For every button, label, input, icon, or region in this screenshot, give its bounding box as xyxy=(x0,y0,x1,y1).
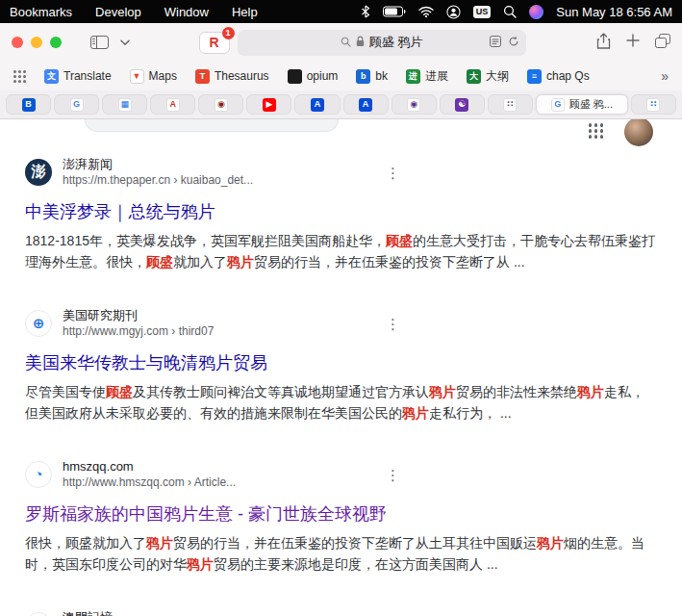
extension-notification-badge: 1 xyxy=(222,27,235,39)
favorites-overflow-chevron[interactable]: » xyxy=(661,68,669,84)
more-options-icon[interactable]: ⋮ xyxy=(386,467,400,484)
tab-favicon: A xyxy=(359,98,372,112)
result-title-link[interactable]: 中美浮梦录｜总统与鸦片 xyxy=(25,200,657,223)
tab[interactable]: A xyxy=(343,94,389,115)
tab[interactable]: G xyxy=(54,94,99,115)
share-icon[interactable] xyxy=(596,33,611,53)
favorites-item-icon: b xyxy=(356,69,370,84)
new-tab-icon[interactable] xyxy=(626,34,640,51)
wifi-icon[interactable] xyxy=(418,6,434,17)
result-header[interactable]: ⊕ 美国研究期刊 http://www.mgyj.com › third07 xyxy=(25,307,657,339)
result-header[interactable]: 門 澳門記憶 https://www.macaumemory.mo › ... xyxy=(25,609,657,616)
frequently-visited-grid-icon[interactable] xyxy=(13,70,26,83)
favorites-item[interactable]: ▼Maps xyxy=(130,69,177,84)
tab[interactable]: ◉ xyxy=(198,94,243,115)
lock-icon xyxy=(356,36,365,50)
favorites-item[interactable]: 大大纲 xyxy=(467,68,509,85)
favorites-item[interactable]: TThesaurus xyxy=(195,69,269,84)
favorites-item-icon: 文 xyxy=(44,69,59,84)
zoom-window-button[interactable] xyxy=(50,37,62,48)
tab-favicon: ∷ xyxy=(503,98,517,112)
site-name: 美国研究期刊 xyxy=(63,307,214,323)
tab-favicon: ▶ xyxy=(263,98,276,112)
site-favicon-glyph: ◔ xyxy=(34,466,42,482)
tab-overview-icon[interactable] xyxy=(655,34,670,52)
tab[interactable]: B xyxy=(6,94,51,115)
snippet-text: 贸易的行当，并在伍秉鉴的投资下垄断了从土耳其往中国贩运 xyxy=(173,535,537,551)
tab-favicon: B xyxy=(22,98,36,112)
favorites-item-label: Maps xyxy=(149,69,177,83)
extension-logo: R xyxy=(209,35,218,50)
tab[interactable]: A xyxy=(294,94,340,115)
tab[interactable]: ▦ xyxy=(102,94,147,115)
favorites-item-label: Thesaurus xyxy=(215,69,269,83)
chevron-down-icon[interactable] xyxy=(114,39,136,46)
tab[interactable]: ∷ xyxy=(631,94,676,115)
favorites-item-label: Translate xyxy=(63,69,112,83)
query-term-highlight: 鸦片 xyxy=(402,405,429,421)
favorites-item-icon: 进 xyxy=(406,69,420,84)
menu-item-develop[interactable]: Develop xyxy=(95,5,141,19)
minimize-window-button[interactable] xyxy=(31,37,42,48)
query-term-highlight: 顾盛 xyxy=(106,384,133,399)
siri-icon[interactable] xyxy=(529,5,543,19)
snippet-text: 贸易的行当，并在伍秉鉴的投资下垄断了从 ... xyxy=(254,254,525,270)
menu-item-window[interactable]: Window xyxy=(164,5,209,19)
search-result: 門 澳門記憶 https://www.macaumemory.mo › ... … xyxy=(25,609,657,616)
query-term-highlight: 鸦片 xyxy=(429,384,456,399)
result-header[interactable]: 澎 澎湃新闻 https://m.thepaper.cn › kuaibao_d… xyxy=(25,156,657,188)
snippet-text: 贸易的主要来源地是印度，在这方面美国商人 ... xyxy=(214,556,498,572)
keyboard-input-badge[interactable]: US xyxy=(473,6,492,18)
tab[interactable]: ∷ xyxy=(488,94,533,115)
result-header[interactable]: ◔ hmszqq.com http://www.hmszqq.com › Art… xyxy=(25,458,657,490)
snippet-text: 贸易的非法性来禁绝 xyxy=(456,384,577,399)
favorites-item-icon: T xyxy=(195,69,210,84)
query-term-highlight: 顾盛 xyxy=(146,254,173,270)
tab[interactable]: ◉ xyxy=(392,94,437,115)
search-result: 澎 澎湃新闻 https://m.thepaper.cn › kuaibao_d… xyxy=(25,156,657,272)
menu-clock[interactable]: Sun May 18 6:56 AM xyxy=(556,5,672,19)
more-options-icon[interactable]: ⋮ xyxy=(386,165,400,182)
result-title-link[interactable]: 美国来华传教士与晚清鸦片贸易 xyxy=(25,351,657,374)
page-options-icon[interactable] xyxy=(490,36,501,50)
reload-icon[interactable] xyxy=(508,36,519,50)
bluetooth-icon[interactable] xyxy=(361,5,370,18)
browser-toolbar: R 1 顾盛 鸦片 xyxy=(0,23,682,62)
favorites-item[interactable]: opium xyxy=(288,69,339,84)
menu-item-help[interactable]: Help xyxy=(232,5,258,19)
address-bar[interactable]: 顾盛 鸦片 xyxy=(238,30,526,56)
tab[interactable]: A xyxy=(150,94,195,115)
extension-button[interactable]: R 1 xyxy=(199,32,230,54)
sidebar-toggle-icon[interactable] xyxy=(85,36,114,49)
snippet-text: 很快，顾盛就加入了 xyxy=(25,535,146,551)
favorites-item[interactable]: 文Translate xyxy=(44,69,112,84)
google-apps-icon[interactable] xyxy=(589,123,604,139)
battery-icon[interactable] xyxy=(383,6,406,17)
site-favicon-glyph: 澎 xyxy=(32,163,46,181)
tab[interactable]: ☯ xyxy=(440,94,485,115)
tab-favicon: A xyxy=(311,98,324,112)
profile-avatar[interactable] xyxy=(624,119,653,146)
result-meta: 澳門記憶 https://www.macaumemory.mo › ... xyxy=(63,609,240,616)
menu-item-bookmarks[interactable]: Bookmarks xyxy=(10,5,72,19)
active-tab[interactable]: G顾盛 鸦... xyxy=(536,94,628,115)
tab[interactable]: ▶ xyxy=(246,94,291,115)
tab-title: 顾盛 鸦... xyxy=(569,97,613,112)
user-account-icon[interactable] xyxy=(446,5,461,19)
more-options-icon[interactable]: ⋮ xyxy=(386,316,400,333)
query-term-highlight: 鸦片 xyxy=(577,384,604,399)
favorites-item[interactable]: bbk xyxy=(356,69,388,84)
google-search-box-partial[interactable] xyxy=(85,119,339,132)
close-window-button[interactable] xyxy=(12,37,23,48)
spotlight-icon[interactable] xyxy=(503,5,517,18)
result-title-link[interactable]: 罗斯福家族的中国鸦片生意 - 豪门世族全球视野 xyxy=(25,502,657,526)
favorites-item[interactable]: 进进展 xyxy=(406,68,448,85)
site-url: http://www.hmszqq.com › Article... xyxy=(63,475,236,490)
favorites-item-label: chap Qs xyxy=(546,69,590,83)
tab-favicon: A xyxy=(166,98,180,112)
query-term-highlight: 鸦片 xyxy=(146,535,173,551)
favorites-item[interactable]: ≡chap Qs xyxy=(527,69,590,84)
search-result: ⊕ 美国研究期刊 http://www.mgyj.com › third07 ⋮… xyxy=(25,307,657,424)
site-name: 澎湃新闻 xyxy=(63,156,253,172)
snippet-text: 就加入了 xyxy=(173,254,227,270)
